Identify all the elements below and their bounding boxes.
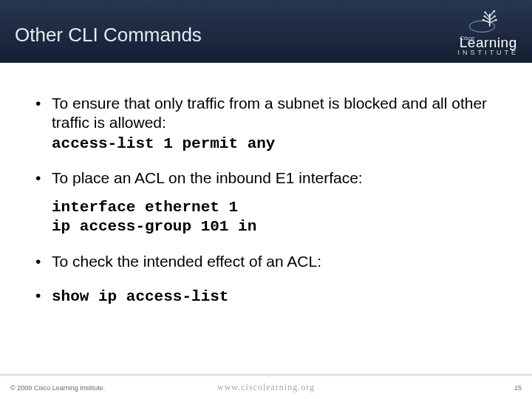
code-inline: access-list 1 permit any xyxy=(52,135,275,152)
footer-divider xyxy=(0,375,532,376)
bullet-text: To ensure that only traffic from a subne… xyxy=(52,95,487,131)
bullet-item: To place an ACL on the inbound E1 interf… xyxy=(35,168,510,188)
slide-footer: © 2009 Cisco Learning Institute. www.cis… xyxy=(0,374,532,399)
svg-point-6 xyxy=(482,19,485,21)
bullet-item: To ensure that only traffic from a subne… xyxy=(35,94,510,154)
code-line: ip access-group 101 in xyxy=(52,217,510,236)
slide-title: Other CLI Commands xyxy=(15,24,202,47)
copyright-text: © 2009 Cisco Learning Institute. xyxy=(10,384,105,392)
bullet-item: show ip access-list xyxy=(35,286,510,307)
brand-subtitle: INSTITUTE xyxy=(458,49,519,56)
svg-point-1 xyxy=(484,11,486,13)
bullet-text: To check the intended effect of an ACL: xyxy=(52,253,321,270)
bullet-item: To check the intended effect of an ACL: xyxy=(35,252,510,271)
svg-point-5 xyxy=(495,19,497,21)
tree-icon xyxy=(468,7,508,34)
code-block: interface ethernet 1 ip access-group 101… xyxy=(35,198,510,237)
slide-body: To ensure that only traffic from a subne… xyxy=(0,63,532,307)
code-line: interface ethernet 1 xyxy=(52,198,510,217)
footer-url: www.ciscolearning.org xyxy=(217,382,315,393)
slide-header: Other CLI Commands Cisco Learning INSTIT… xyxy=(0,0,532,63)
brand-logo: Cisco Learning INSTITUTE xyxy=(458,7,519,56)
page-number: 15 xyxy=(514,384,522,392)
svg-point-2 xyxy=(493,10,495,13)
svg-point-3 xyxy=(483,16,485,18)
code-inline: show ip access-list xyxy=(52,288,228,305)
brand-parent: Cisco xyxy=(460,35,474,41)
svg-point-4 xyxy=(494,16,496,18)
bullet-text: To place an ACL on the inbound E1 interf… xyxy=(52,169,363,186)
